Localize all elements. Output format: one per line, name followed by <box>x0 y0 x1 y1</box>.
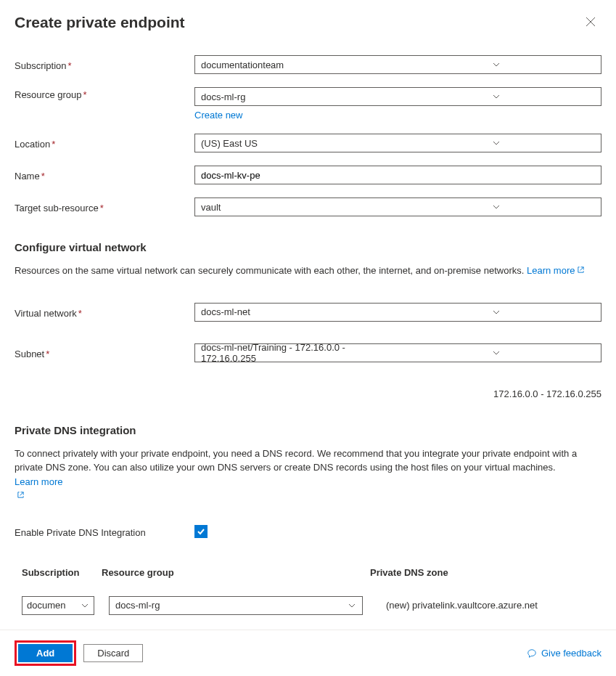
target-sub-resource-row: Target sub-resource* vault <box>15 197 601 216</box>
required-asterisk: * <box>78 308 82 319</box>
external-link-icon <box>577 264 585 272</box>
name-input[interactable] <box>194 166 601 184</box>
dns-subscription-select[interactable]: documen <box>22 596 94 615</box>
dns-table-row: documen docs-ml-rg (new) privatelink.vau… <box>15 596 601 615</box>
virtual-network-row: Virtual network* docs-ml-net <box>15 303 601 322</box>
resource-group-row: Resource group* docs-ml-rg Create new <box>15 87 601 121</box>
resource-group-label: Resource group* <box>15 87 194 100</box>
location-row: Location* (US) East US <box>15 134 601 152</box>
dns-learn-more-link[interactable]: Learn more <box>15 476 62 502</box>
dns-table-header: Subscription Resource group Private DNS … <box>15 567 601 596</box>
dns-header-subscription: Subscription <box>15 567 102 578</box>
dns-header-private-dns-zone: Private DNS zone <box>370 567 601 578</box>
subnet-label: Subnet* <box>15 346 194 359</box>
chevron-down-icon <box>398 60 596 69</box>
page-title: Create private endpoint <box>15 14 185 31</box>
dns-zone-value: (new) privatelink.vaultcore.azure.net <box>386 600 538 611</box>
chevron-down-icon <box>398 139 596 147</box>
add-button-highlight: Add <box>15 640 76 666</box>
subnet-row: Subnet* docs-ml-net/Training - 172.16.0.… <box>15 343 601 362</box>
target-sub-resource-select[interactable]: vault <box>194 197 601 216</box>
enable-dns-label: Enable Private DNS Integration <box>15 525 194 538</box>
target-sub-resource-label: Target sub-resource* <box>15 200 194 213</box>
subnet-range-text: 172.16.0.0 - 172.16.0.255 <box>15 388 601 399</box>
chevron-down-icon <box>398 203 596 211</box>
required-asterisk: * <box>68 60 72 71</box>
location-label: Location* <box>15 137 194 150</box>
required-asterisk: * <box>83 89 87 100</box>
dns-section-heading: Private DNS integration <box>15 424 601 436</box>
chevron-down-icon <box>81 601 89 610</box>
subscription-label: Subscription* <box>15 58 194 71</box>
external-link-icon <box>17 489 25 497</box>
virtual-network-select[interactable]: docs-ml-net <box>194 303 601 322</box>
close-button[interactable] <box>580 13 601 32</box>
give-feedback-link[interactable]: Give feedback <box>527 648 601 659</box>
dns-header-resource-group: Resource group <box>102 567 370 578</box>
virtual-network-label: Virtual network* <box>15 306 194 319</box>
footer: Add Discard Give feedback <box>0 630 616 676</box>
feedback-icon <box>527 648 537 659</box>
location-select[interactable]: (US) East US <box>194 134 601 152</box>
discard-button[interactable]: Discard <box>83 644 143 662</box>
name-row: Name* <box>15 166 601 184</box>
check-icon <box>197 527 205 536</box>
panel-header: Create private endpoint <box>0 0 616 39</box>
chevron-down-icon <box>348 601 356 610</box>
close-icon <box>586 17 596 27</box>
vnet-section-description: Resources on the same virtual network ca… <box>15 264 601 278</box>
chevron-down-icon <box>398 308 596 317</box>
chevron-down-icon <box>398 349 596 357</box>
subscription-select[interactable]: documentationteam <box>194 55 601 74</box>
enable-dns-row: Enable Private DNS Integration <box>15 525 601 538</box>
add-button[interactable]: Add <box>18 644 73 662</box>
required-asterisk: * <box>46 349 49 359</box>
vnet-section-heading: Configure virtual network <box>15 241 601 253</box>
required-asterisk: * <box>100 203 104 213</box>
chevron-down-icon <box>398 92 596 101</box>
enable-dns-checkbox[interactable] <box>194 525 208 538</box>
subscription-row: Subscription* documentationteam <box>15 55 601 74</box>
vnet-learn-more-link[interactable]: Learn more <box>527 265 585 276</box>
subnet-select[interactable]: docs-ml-net/Training - 172.16.0.0 - 172.… <box>194 343 601 362</box>
required-asterisk: * <box>52 139 55 150</box>
resource-group-select[interactable]: docs-ml-rg <box>194 87 601 106</box>
create-new-link[interactable]: Create new <box>194 110 242 121</box>
dns-table: Subscription Resource group Private DNS … <box>15 567 601 615</box>
required-asterisk: * <box>41 171 45 182</box>
dns-resource-group-select[interactable]: docs-ml-rg <box>109 596 363 615</box>
dns-section-description: To connect privately with your private e… <box>15 447 601 503</box>
name-label: Name* <box>15 168 194 182</box>
